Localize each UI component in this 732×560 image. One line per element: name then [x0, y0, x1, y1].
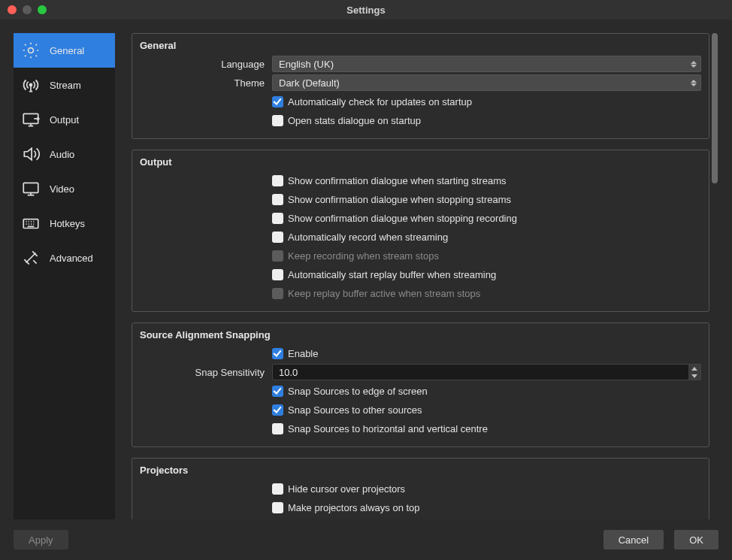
checkbox-check-updates[interactable]: [272, 96, 283, 107]
traffic-lights: [0, 5, 47, 14]
sidebar-item-label: Video: [50, 183, 74, 195]
checkbox-label: Hide cursor over projectors: [288, 483, 405, 495]
language-select[interactable]: English (UK): [272, 56, 701, 72]
checkbox-snap-other[interactable]: [272, 404, 283, 416]
checkbox-label: Open stats dialogue on startup: [288, 115, 421, 126]
checkbox-label: Show confirmation dialogue when stopping…: [288, 194, 511, 205]
sidebar-item-advanced[interactable]: Advanced: [14, 241, 115, 275]
group-title-output: Output: [140, 156, 701, 168]
chevron-updown-icon: [688, 57, 699, 71]
checkbox-hide-cursor[interactable]: [272, 483, 283, 495]
svg-rect-3: [23, 183, 38, 192]
snap-sensitivity-value: 10.0: [279, 367, 298, 378]
window-title: Settings: [0, 5, 732, 16]
group-output: Output Show confirmation dialogue when s…: [132, 150, 709, 312]
sidebar-item-general[interactable]: General: [14, 33, 115, 68]
snap-sensitivity-input[interactable]: 10.0: [272, 364, 701, 380]
checkbox-snap-centre[interactable]: [272, 423, 283, 434]
titlebar: Settings: [0, 0, 732, 20]
chevron-updown-icon: [688, 76, 699, 89]
gear-icon: [20, 39, 42, 62]
apply-button: Apply: [14, 530, 68, 549]
speaker-icon: [20, 143, 42, 165]
checkbox-keep-replay-buffer: [272, 288, 283, 299]
checkbox-confirm-stop-stream[interactable]: [272, 194, 283, 205]
minimize-window-icon: [23, 5, 32, 14]
checkbox-label: Automatically check for updates on start…: [288, 96, 472, 107]
checkbox-snap-edge[interactable]: [272, 386, 283, 397]
checkbox-label: Snap Sources to edge of screen: [288, 386, 428, 397]
theme-select[interactable]: Dark (Default): [272, 74, 701, 91]
tools-icon: [20, 247, 42, 269]
sidebar-item-label: Hotkeys: [50, 218, 85, 229]
checkbox-label: Snap Sources to horizontal and vertical …: [288, 423, 488, 434]
checkbox-open-stats[interactable]: [272, 115, 283, 126]
checkbox-snapping-enable[interactable]: [272, 348, 283, 359]
group-title-general: General: [140, 40, 701, 51]
settings-content: General Language English (UK) Theme: [132, 33, 718, 519]
footer: Apply Cancel OK: [14, 519, 718, 549]
stepper-icon[interactable]: [688, 365, 700, 380]
checkbox-label: Enable: [288, 348, 318, 359]
sidebar-item-audio[interactable]: Audio: [14, 137, 115, 171]
group-projectors: Projectors Hide cursor over projectors M…: [132, 458, 709, 519]
svg-point-0: [29, 48, 34, 53]
scroll-thumb[interactable]: [712, 33, 718, 183]
checkbox-projectors-on-top[interactable]: [272, 502, 283, 513]
checkbox-auto-replay-buffer[interactable]: [272, 269, 283, 280]
settings-sidebar: General Stream Output Audio: [14, 33, 115, 519]
checkbox-label: Keep recording when stream stops: [288, 250, 439, 262]
checkbox-label: Automatically record when streaming: [288, 232, 448, 243]
checkbox-label: Show confirmation dialogue when stopping…: [288, 213, 517, 224]
sidebar-item-hotkeys[interactable]: Hotkeys: [14, 206, 115, 241]
checkbox-label: Make projectors always on top: [288, 502, 420, 513]
checkbox-label: Keep replay buffer active when stream st…: [288, 288, 480, 299]
label-language: Language: [140, 59, 272, 70]
monitor-icon: [20, 177, 42, 200]
checkbox-label: Automatically start replay buffer when s…: [288, 269, 496, 280]
sidebar-item-label: Audio: [50, 149, 74, 160]
sidebar-item-video[interactable]: Video: [14, 171, 115, 206]
checkbox-label: Show confirmation dialogue when starting…: [288, 175, 506, 186]
sidebar-item-stream[interactable]: Stream: [14, 68, 115, 102]
group-title-projectors: Projectors: [140, 465, 701, 476]
language-value: English (UK): [279, 59, 334, 70]
sidebar-item-label: Advanced: [50, 253, 93, 264]
close-window-icon[interactable]: [8, 5, 17, 14]
content-scrollbar[interactable]: [711, 33, 718, 519]
zoom-window-icon[interactable]: [38, 5, 47, 14]
checkbox-auto-record[interactable]: [272, 232, 283, 243]
group-general: General Language English (UK) Theme: [132, 33, 709, 139]
sidebar-item-label: General: [50, 45, 84, 56]
checkbox-confirm-start-stream[interactable]: [272, 175, 283, 186]
sidebar-item-label: Output: [50, 114, 79, 126]
keyboard-icon: [20, 212, 42, 235]
checkbox-keep-recording: [272, 250, 283, 262]
sidebar-item-output[interactable]: Output: [14, 102, 115, 137]
label-snap-sensitivity: Snap Sensitivity: [140, 367, 272, 378]
ok-button[interactable]: OK: [674, 530, 718, 549]
group-title-snapping: Source Alignment Snapping: [140, 329, 701, 341]
checkbox-label: Snap Sources to other sources: [288, 404, 422, 416]
checkbox-confirm-stop-recording[interactable]: [272, 213, 283, 224]
label-theme: Theme: [140, 77, 272, 89]
monitor-out-icon: [20, 108, 42, 131]
theme-value: Dark (Default): [279, 77, 340, 89]
antenna-icon: [20, 74, 42, 96]
sidebar-item-label: Stream: [50, 80, 81, 91]
group-snapping: Source Alignment Snapping Enable Snap Se…: [132, 322, 709, 447]
cancel-button[interactable]: Cancel: [603, 530, 664, 549]
